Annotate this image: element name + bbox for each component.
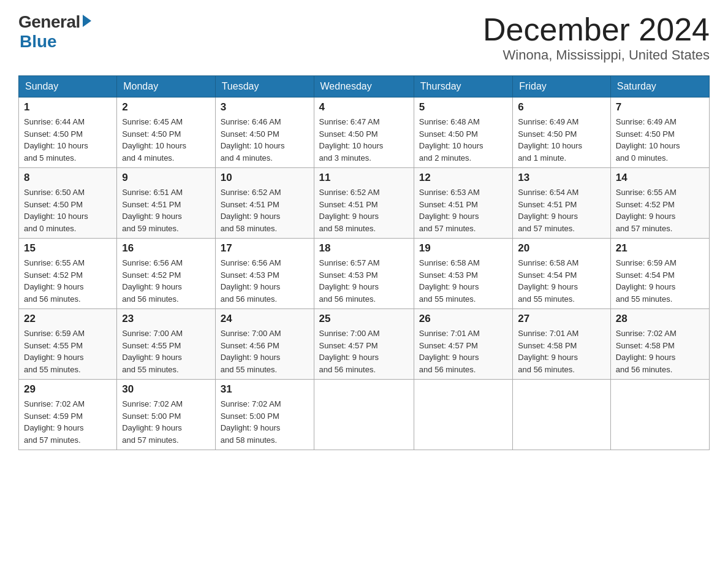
logo-blue-text: Blue bbox=[20, 32, 57, 52]
day-cell-7: 7 Sunrise: 6:49 AMSunset: 4:50 PMDayligh… bbox=[610, 98, 709, 168]
day-number: 25 bbox=[319, 313, 409, 325]
header-thursday: Thursday bbox=[414, 76, 512, 98]
day-info: Sunrise: 6:48 AMSunset: 4:50 PMDaylight:… bbox=[419, 117, 483, 163]
weekday-header-row: Sunday Monday Tuesday Wednesday Thursday… bbox=[19, 76, 710, 98]
day-info: Sunrise: 6:49 AMSunset: 4:50 PMDaylight:… bbox=[518, 117, 582, 163]
day-info: Sunrise: 6:58 AMSunset: 4:53 PMDaylight:… bbox=[419, 258, 480, 304]
day-number: 31 bbox=[221, 383, 309, 396]
day-number: 4 bbox=[319, 101, 409, 113]
day-number: 24 bbox=[221, 313, 309, 325]
day-number: 17 bbox=[221, 242, 309, 255]
day-number: 21 bbox=[616, 242, 704, 255]
month-year-title: December 2024 bbox=[483, 12, 710, 47]
day-info: Sunrise: 6:59 AMSunset: 4:54 PMDaylight:… bbox=[616, 258, 677, 304]
day-info: Sunrise: 7:01 AMSunset: 4:58 PMDaylight:… bbox=[518, 329, 578, 374]
day-info: Sunrise: 6:59 AMSunset: 4:55 PMDaylight:… bbox=[24, 329, 85, 374]
day-info: Sunrise: 6:49 AMSunset: 4:50 PMDaylight:… bbox=[616, 117, 680, 163]
header-wednesday: Wednesday bbox=[314, 76, 414, 98]
day-info: Sunrise: 6:46 AMSunset: 4:50 PMDaylight:… bbox=[221, 117, 285, 163]
day-number: 8 bbox=[24, 172, 112, 184]
day-cell-29: 29 Sunrise: 7:02 AMSunset: 4:59 PMDaylig… bbox=[19, 380, 117, 450]
header-saturday: Saturday bbox=[610, 76, 709, 98]
day-number: 5 bbox=[419, 101, 507, 113]
day-info: Sunrise: 6:54 AMSunset: 4:51 PMDaylight:… bbox=[518, 188, 578, 233]
day-info: Sunrise: 6:44 AMSunset: 4:50 PMDaylight:… bbox=[24, 117, 88, 163]
day-cell-19: 19 Sunrise: 6:58 AMSunset: 4:53 PMDaylig… bbox=[414, 239, 512, 309]
day-cell-18: 18 Sunrise: 6:57 AMSunset: 4:53 PMDaylig… bbox=[314, 239, 414, 309]
day-cell-9: 9 Sunrise: 6:51 AMSunset: 4:51 PMDayligh… bbox=[117, 168, 215, 239]
day-number: 16 bbox=[122, 242, 210, 255]
day-number: 10 bbox=[221, 172, 309, 184]
day-cell-27: 27 Sunrise: 7:01 AMSunset: 4:58 PMDaylig… bbox=[513, 309, 610, 380]
day-number: 7 bbox=[616, 101, 704, 113]
calendar-table: Sunday Monday Tuesday Wednesday Thursday… bbox=[18, 75, 710, 450]
day-number: 3 bbox=[221, 101, 309, 113]
day-info: Sunrise: 7:02 AMSunset: 5:00 PMDaylight:… bbox=[122, 399, 183, 445]
day-number: 30 bbox=[122, 383, 210, 396]
day-info: Sunrise: 7:02 AMSunset: 5:00 PMDaylight:… bbox=[221, 399, 281, 445]
day-info: Sunrise: 6:56 AMSunset: 4:53 PMDaylight:… bbox=[221, 258, 281, 304]
day-number: 23 bbox=[122, 313, 210, 325]
day-cell-22: 22 Sunrise: 6:59 AMSunset: 4:55 PMDaylig… bbox=[19, 309, 117, 380]
location-subtitle: Winona, Mississippi, United States bbox=[483, 47, 710, 63]
day-number: 29 bbox=[24, 383, 112, 396]
day-cell-12: 12 Sunrise: 6:53 AMSunset: 4:51 PMDaylig… bbox=[414, 168, 512, 239]
day-cell-28: 28 Sunrise: 7:02 AMSunset: 4:58 PMDaylig… bbox=[610, 309, 709, 380]
day-cell-1: 1 Sunrise: 6:44 AMSunset: 4:50 PMDayligh… bbox=[19, 98, 117, 168]
day-cell-11: 11 Sunrise: 6:52 AMSunset: 4:51 PMDaylig… bbox=[314, 168, 414, 239]
day-cell-16: 16 Sunrise: 6:56 AMSunset: 4:52 PMDaylig… bbox=[117, 239, 215, 309]
header-tuesday: Tuesday bbox=[215, 76, 314, 98]
day-info: Sunrise: 6:58 AMSunset: 4:54 PMDaylight:… bbox=[518, 258, 578, 304]
week-row-5: 29 Sunrise: 7:02 AMSunset: 4:59 PMDaylig… bbox=[19, 380, 710, 450]
day-cell-17: 17 Sunrise: 6:56 AMSunset: 4:53 PMDaylig… bbox=[215, 239, 314, 309]
day-info: Sunrise: 6:56 AMSunset: 4:52 PMDaylight:… bbox=[122, 258, 183, 304]
day-number: 12 bbox=[419, 172, 507, 184]
day-info: Sunrise: 7:00 AMSunset: 4:56 PMDaylight:… bbox=[221, 329, 281, 374]
day-cell-15: 15 Sunrise: 6:55 AMSunset: 4:52 PMDaylig… bbox=[19, 239, 117, 309]
header-sunday: Sunday bbox=[19, 76, 117, 98]
day-number: 20 bbox=[518, 242, 605, 255]
day-cell-5: 5 Sunrise: 6:48 AMSunset: 4:50 PMDayligh… bbox=[414, 98, 512, 168]
day-info: Sunrise: 6:55 AMSunset: 4:52 PMDaylight:… bbox=[616, 188, 677, 233]
day-info: Sunrise: 6:57 AMSunset: 4:53 PMDaylight:… bbox=[319, 258, 380, 304]
week-row-2: 8 Sunrise: 6:50 AMSunset: 4:50 PMDayligh… bbox=[19, 168, 710, 239]
day-info: Sunrise: 7:00 AMSunset: 4:57 PMDaylight:… bbox=[319, 329, 380, 374]
day-info: Sunrise: 6:52 AMSunset: 4:51 PMDaylight:… bbox=[221, 188, 281, 233]
day-info: Sunrise: 6:55 AMSunset: 4:52 PMDaylight:… bbox=[24, 258, 85, 304]
day-number: 28 bbox=[616, 313, 704, 325]
day-cell-26: 26 Sunrise: 7:01 AMSunset: 4:57 PMDaylig… bbox=[414, 309, 512, 380]
logo-triangle-icon bbox=[83, 15, 91, 27]
logo: General Blue bbox=[18, 12, 91, 52]
day-cell-6: 6 Sunrise: 6:49 AMSunset: 4:50 PMDayligh… bbox=[513, 98, 610, 168]
header-friday: Friday bbox=[513, 76, 610, 98]
day-cell-4: 4 Sunrise: 6:47 AMSunset: 4:50 PMDayligh… bbox=[314, 98, 414, 168]
logo-general-text: General bbox=[18, 12, 80, 32]
day-number: 14 bbox=[616, 172, 704, 184]
title-section: December 2024 Winona, Mississippi, Unite… bbox=[483, 12, 710, 63]
day-number: 13 bbox=[518, 172, 605, 184]
day-cell-20: 20 Sunrise: 6:58 AMSunset: 4:54 PMDaylig… bbox=[513, 239, 610, 309]
day-info: Sunrise: 7:02 AMSunset: 4:59 PMDaylight:… bbox=[24, 399, 85, 445]
empty-cell bbox=[314, 380, 414, 450]
week-row-4: 22 Sunrise: 6:59 AMSunset: 4:55 PMDaylig… bbox=[19, 309, 710, 380]
day-number: 26 bbox=[419, 313, 507, 325]
day-cell-25: 25 Sunrise: 7:00 AMSunset: 4:57 PMDaylig… bbox=[314, 309, 414, 380]
day-info: Sunrise: 6:45 AMSunset: 4:50 PMDaylight:… bbox=[122, 117, 186, 163]
day-number: 2 bbox=[122, 101, 210, 113]
empty-cell bbox=[414, 380, 512, 450]
day-cell-3: 3 Sunrise: 6:46 AMSunset: 4:50 PMDayligh… bbox=[215, 98, 314, 168]
day-number: 18 bbox=[319, 242, 409, 255]
day-cell-24: 24 Sunrise: 7:00 AMSunset: 4:56 PMDaylig… bbox=[215, 309, 314, 380]
day-info: Sunrise: 7:00 AMSunset: 4:55 PMDaylight:… bbox=[122, 329, 183, 374]
day-info: Sunrise: 6:50 AMSunset: 4:50 PMDaylight:… bbox=[24, 188, 88, 233]
day-cell-8: 8 Sunrise: 6:50 AMSunset: 4:50 PMDayligh… bbox=[19, 168, 117, 239]
day-cell-23: 23 Sunrise: 7:00 AMSunset: 4:55 PMDaylig… bbox=[117, 309, 215, 380]
day-cell-14: 14 Sunrise: 6:55 AMSunset: 4:52 PMDaylig… bbox=[610, 168, 709, 239]
day-info: Sunrise: 6:53 AMSunset: 4:51 PMDaylight:… bbox=[419, 188, 480, 233]
day-number: 6 bbox=[518, 101, 605, 113]
day-info: Sunrise: 6:51 AMSunset: 4:51 PMDaylight:… bbox=[122, 188, 183, 233]
day-number: 27 bbox=[518, 313, 605, 325]
day-info: Sunrise: 6:52 AMSunset: 4:51 PMDaylight:… bbox=[319, 188, 380, 233]
day-info: Sunrise: 6:47 AMSunset: 4:50 PMDaylight:… bbox=[319, 117, 384, 163]
day-number: 1 bbox=[24, 101, 112, 113]
